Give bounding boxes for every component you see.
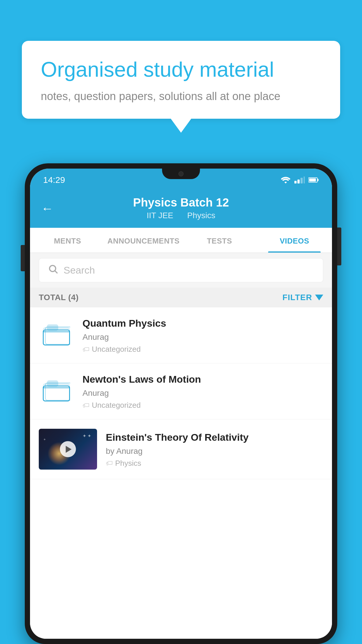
item-author-3: by Anurag bbox=[106, 447, 323, 456]
svg-rect-14 bbox=[43, 386, 69, 401]
filter-label: FILTER bbox=[282, 293, 312, 302]
svg-rect-2 bbox=[301, 178, 303, 184]
phone-mockup: 14:29 bbox=[25, 163, 337, 644]
list-item[interactable]: Newton's Laws of Motion Anurag 🏷 Uncateg… bbox=[30, 363, 332, 419]
speech-bubble: Organised study material notes, question… bbox=[22, 41, 340, 119]
item-tag-label-3: Physics bbox=[115, 459, 141, 468]
phone-screen: 14:29 bbox=[30, 169, 332, 639]
total-count: TOTAL (4) bbox=[39, 293, 79, 302]
svg-rect-10 bbox=[43, 330, 69, 345]
app-header: ← Physics Batch 12 IIT JEE Physics bbox=[30, 189, 332, 228]
header-subtitle-physics: Physics bbox=[187, 211, 215, 220]
play-button[interactable] bbox=[60, 441, 76, 457]
item-tag-3: 🏷 Physics bbox=[106, 459, 323, 468]
play-icon bbox=[66, 446, 71, 453]
item-tag-2: 🏷 Uncategorized bbox=[82, 401, 323, 410]
svg-rect-5 bbox=[317, 179, 319, 181]
item-tag-label-2: Uncategorized bbox=[92, 401, 141, 410]
video-list: Quantum Physics Anurag 🏷 Uncategorized bbox=[30, 307, 332, 639]
svg-rect-15 bbox=[47, 381, 58, 386]
tag-icon: 🏷 bbox=[82, 345, 89, 354]
svg-rect-6 bbox=[309, 178, 316, 181]
back-button[interactable]: ← bbox=[41, 202, 53, 216]
svg-rect-3 bbox=[304, 176, 305, 183]
status-icons bbox=[280, 176, 319, 183]
svg-rect-1 bbox=[298, 180, 300, 184]
bubble-title: Organised study material bbox=[41, 57, 321, 82]
phone-notch bbox=[162, 169, 200, 179]
tab-announcements[interactable]: ANNOUNCEMENTS bbox=[105, 228, 182, 253]
item-thumbnail-1 bbox=[39, 321, 74, 349]
status-time: 14:29 bbox=[43, 175, 65, 185]
header-title: Physics Batch 12 bbox=[42, 195, 320, 209]
tab-videos[interactable]: VIDEOS bbox=[257, 228, 332, 253]
folder-icon bbox=[43, 320, 70, 351]
list-item[interactable]: ✦ ✦ ✦ Einstein's Theory Of Relativity by… bbox=[30, 419, 332, 479]
header-subtitle-iitjee: IIT JEE bbox=[147, 211, 173, 220]
tab-ments[interactable]: MENTS bbox=[30, 228, 105, 253]
item-title-3: Einstein's Theory Of Relativity bbox=[106, 431, 323, 444]
tab-tests[interactable]: TESTS bbox=[182, 228, 257, 253]
item-thumbnail-2 bbox=[39, 377, 74, 405]
tag-icon: 🏷 bbox=[82, 401, 89, 410]
phone-outer: 14:29 bbox=[25, 163, 337, 644]
camera bbox=[178, 171, 184, 176]
item-thumbnail-3: ✦ ✦ ✦ bbox=[39, 429, 97, 470]
item-title-1: Quantum Physics bbox=[82, 317, 323, 330]
search-bar[interactable]: Search bbox=[39, 258, 323, 282]
tag-icon: 🏷 bbox=[106, 459, 113, 467]
bubble-subtitle: notes, question papers, solutions all at… bbox=[41, 90, 321, 103]
battery-icon bbox=[308, 176, 319, 183]
header-subtitle: IIT JEE Physics bbox=[42, 211, 320, 220]
svg-rect-11 bbox=[47, 325, 58, 330]
folder-icon bbox=[43, 376, 70, 407]
item-info-2: Newton's Laws of Motion Anurag 🏷 Uncateg… bbox=[82, 373, 323, 410]
item-author-1: Anurag bbox=[82, 332, 323, 342]
search-placeholder: Search bbox=[64, 265, 95, 276]
search-icon bbox=[48, 264, 58, 277]
wifi-icon bbox=[280, 176, 291, 183]
filter-icon bbox=[315, 295, 323, 300]
item-info-3: Einstein's Theory Of Relativity by Anura… bbox=[106, 431, 323, 468]
search-container: Search bbox=[30, 253, 332, 288]
filter-row: TOTAL (4) FILTER bbox=[30, 288, 332, 307]
list-item[interactable]: Quantum Physics Anurag 🏷 Uncategorized bbox=[30, 307, 332, 363]
item-author-2: Anurag bbox=[82, 388, 323, 398]
filter-button[interactable]: FILTER bbox=[282, 293, 323, 302]
svg-point-7 bbox=[50, 265, 56, 272]
item-tag-label-1: Uncategorized bbox=[92, 345, 141, 354]
item-tag-1: 🏷 Uncategorized bbox=[82, 345, 323, 354]
svg-rect-0 bbox=[294, 181, 297, 183]
item-info-1: Quantum Physics Anurag 🏷 Uncategorized bbox=[82, 317, 323, 354]
item-title-2: Newton's Laws of Motion bbox=[82, 373, 323, 386]
svg-line-8 bbox=[55, 271, 57, 273]
signal-icon bbox=[294, 176, 305, 183]
tabs-bar: MENTS ANNOUNCEMENTS TESTS VIDEOS bbox=[30, 228, 332, 253]
